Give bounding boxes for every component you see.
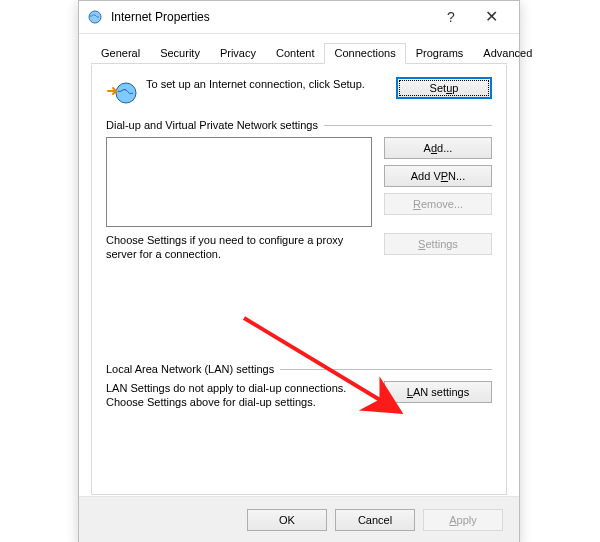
tabstrip: General Security Privacy Content Connect… — [91, 42, 507, 64]
add-button[interactable]: Add... — [384, 137, 492, 159]
cancel-button[interactable]: Cancel — [335, 509, 415, 531]
tab-security[interactable]: Security — [150, 43, 210, 64]
lan-group-label: Local Area Network (LAN) settings — [106, 363, 274, 375]
tab-privacy[interactable]: Privacy — [210, 43, 266, 64]
tab-connections[interactable]: Connections — [324, 43, 405, 64]
remove-button: Remove... — [384, 193, 492, 215]
dialup-group-label: Dial-up and Virtual Private Network sett… — [106, 119, 318, 131]
settings-button: Settings — [384, 233, 492, 255]
tab-content[interactable]: Content — [266, 43, 325, 64]
svg-point-0 — [89, 11, 101, 23]
tab-general[interactable]: General — [91, 43, 150, 64]
setup-button[interactable]: Setup — [396, 77, 492, 99]
lan-description: LAN Settings do not apply to dial-up con… — [106, 381, 372, 409]
dialup-listbox[interactable] — [106, 137, 372, 227]
titlebar[interactable]: Internet Properties ? ✕ — [79, 1, 519, 34]
help-button[interactable]: ? — [431, 2, 471, 32]
setup-button-label: Setup — [430, 82, 459, 94]
ok-button[interactable]: OK — [247, 509, 327, 531]
divider — [280, 369, 492, 370]
proxy-description: Choose Settings if you need to configure… — [106, 233, 372, 261]
tab-advanced[interactable]: Advanced — [473, 43, 542, 64]
internet-properties-dialog: Internet Properties ? ✕ General Security… — [78, 0, 520, 542]
tab-programs[interactable]: Programs — [406, 43, 474, 64]
divider — [324, 125, 492, 126]
window-title: Internet Properties — [107, 1, 431, 33]
tab-body-connections: To set up an Internet connection, click … — [91, 65, 507, 495]
globe-wizard-icon — [106, 77, 138, 109]
apply-button: Apply — [423, 509, 503, 531]
lan-settings-button[interactable]: LAN settings — [384, 381, 492, 403]
dialog-footer: OK Cancel Apply — [79, 496, 519, 542]
svg-point-1 — [116, 83, 136, 103]
setup-description: To set up an Internet connection, click … — [146, 77, 396, 91]
add-vpn-button[interactable]: Add VPN... — [384, 165, 492, 187]
close-button[interactable]: ✕ — [471, 2, 511, 32]
internet-options-icon — [87, 9, 103, 25]
